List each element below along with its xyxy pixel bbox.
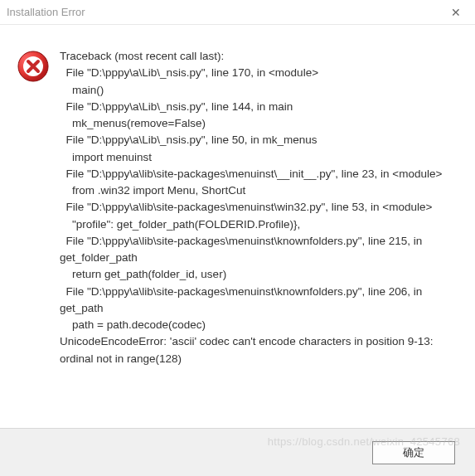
dialog-content: Traceback (most recent call last): File … (0, 25, 475, 428)
traceback-text: Traceback (most recent call last): File … (60, 48, 465, 367)
titlebar: Installation Error ✕ (0, 0, 475, 25)
error-icon (17, 50, 50, 83)
ok-button[interactable]: 确定 (372, 441, 455, 464)
close-icon[interactable]: ✕ (443, 0, 468, 25)
button-bar: 确定 (0, 428, 475, 476)
window-title: Installation Error (7, 6, 85, 18)
